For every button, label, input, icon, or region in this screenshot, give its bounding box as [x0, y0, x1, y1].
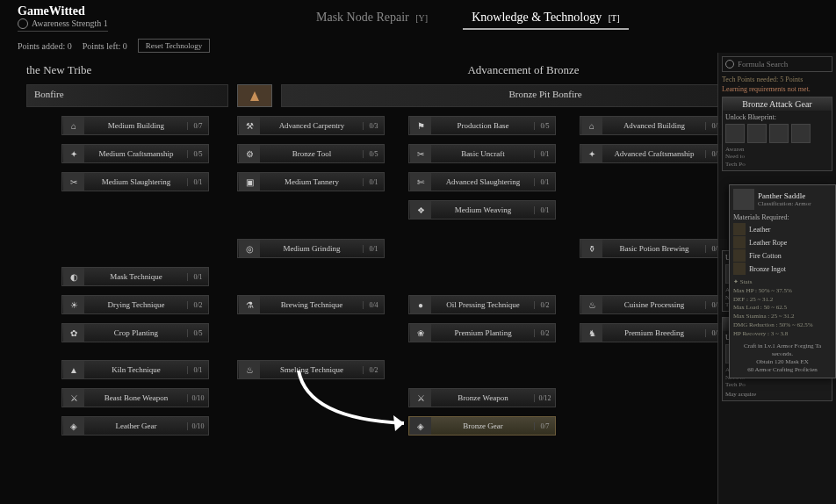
blueprint-slot[interactable]	[747, 124, 767, 143]
oil-icon: ●	[410, 296, 431, 313]
node-mask-technique[interactable]: ◐Mask Technique0/1	[61, 267, 209, 286]
node-medium-slaughtering[interactable]: ✂Medium Slaughtering0/1	[61, 172, 209, 191]
bone-icon: ⚔	[63, 389, 84, 407]
node-medium-tannery[interactable]: ▣Medium Tannery0/1	[237, 172, 385, 191]
adv-building-icon: ⌂	[581, 117, 602, 134]
grinding-icon: ◎	[239, 240, 260, 257]
tab-knowledge-tech[interactable]: Knowledge & Technology [T]	[463, 7, 628, 30]
material-row: Leather Rope	[733, 236, 832, 248]
node-brewing-technique[interactable]: ⚗Brewing Technique0/4	[237, 295, 385, 314]
brand: GameWitted	[18, 4, 108, 18]
tool-icon: ⚙	[239, 145, 260, 162]
tech-points-needed: Tech Points needed: 5 Points	[722, 76, 832, 83]
node-basic-potion-brewing[interactable]: ⚱Basic Potion Brewing0/1	[580, 239, 727, 258]
carpentry-icon: ⚒	[239, 117, 260, 134]
stat-line: HP Recovery : 3 ~ 3.8	[733, 330, 832, 339]
node-bronze-weapon[interactable]: ⚔Bronze Weapon0/12	[408, 388, 556, 407]
bonfire-node[interactable]: Bonfire	[26, 84, 228, 107]
panel-bronze-attack-gear: Bronze Attack Gear Unlock Blueprint: Awa…	[722, 97, 832, 171]
node-advanced-carpentry[interactable]: ⚒Advanced Carpentry0/3	[237, 116, 385, 135]
points-left: Points left: 0	[83, 41, 127, 51]
node-leather-gear[interactable]: ◈Leather Gear0/10	[61, 416, 209, 436]
material-icon	[733, 223, 746, 235]
stats-heading: ✦ Stats	[733, 278, 832, 287]
formula-search[interactable]	[722, 56, 832, 72]
node-medium-building[interactable]: ⌂Medium Building0/7	[61, 116, 209, 135]
node-beast-bone-weapon[interactable]: ⚔Beast Bone Weapon0/10	[61, 388, 209, 407]
node-smelting-technique[interactable]: ♨Smelting Technique0/2	[237, 360, 385, 379]
material-row: Leather	[733, 223, 832, 235]
prem-plant-icon: ❀	[410, 324, 431, 342]
points-added: Points added: 0	[18, 41, 72, 51]
material-row: Fire Cotton	[733, 249, 832, 262]
kiln-icon: ▲	[63, 361, 84, 378]
node-advanced-slaughtering[interactable]: ✄Advanced Slaughtering0/1	[408, 172, 556, 191]
node-advanced-building[interactable]: ⌂Advanced Building0/5	[580, 116, 727, 135]
bronze-gear-icon: ◈	[410, 417, 431, 435]
stat-line: Max HP : 50% ~ 37.5%	[733, 287, 832, 296]
stat-line: Max Stamina : 25 ~ 31.2	[733, 313, 832, 321]
node-crop-planting[interactable]: ✿Crop Planting0/5	[61, 323, 209, 342]
weaving-icon: ❖	[410, 201, 431, 219]
awareness-icon	[18, 18, 28, 29]
node-advanced-craftsmanship[interactable]: ✦Advanced Craftsmanship0/5	[580, 144, 727, 163]
craft-info: Craft in Lv.1 Armor Forging Taseconds.Ob…	[733, 342, 832, 374]
awareness-strength: Awareness Strength 1	[18, 18, 108, 32]
drying-icon: ☀	[63, 296, 84, 313]
tooltip-classification: Classification: Armor	[758, 200, 811, 207]
node-kiln-technique[interactable]: ▲Kiln Technique0/1	[61, 360, 209, 379]
bronze-weapon-icon: ⚔	[410, 389, 431, 407]
bonfire-icon[interactable]	[237, 84, 272, 107]
adv-craft-icon: ✦	[581, 145, 602, 162]
materials-heading: Materials Required:	[733, 213, 832, 221]
section-new-tribe: the New Tribe	[26, 63, 237, 77]
learning-req-warning: Learning requirements not met.	[722, 85, 832, 93]
adv-slaughter-icon: ✄	[410, 173, 431, 191]
material-row: Bronze Ingot	[733, 263, 832, 275]
stat-line: DEF : 25 ~ 31.2	[733, 296, 832, 305]
node-premium-breeding[interactable]: ♞Premium Breeding0/1	[580, 323, 727, 342]
node-drying-technique[interactable]: ☀Drying Technique0/2	[61, 295, 209, 314]
node-production-base[interactable]: ⚑Production Base0/5	[408, 116, 556, 135]
blueprint-slot[interactable]	[791, 124, 811, 143]
search-icon	[725, 60, 734, 68]
may-acquire: May acquire	[725, 391, 829, 398]
uncraft-icon: ✂	[410, 145, 431, 162]
smelting-icon: ♨	[239, 361, 260, 378]
tooltip-panther-saddle: Panther Saddle Classification: Armor Mat…	[729, 184, 836, 378]
slaughter-icon: ✂	[63, 173, 84, 191]
node-bronze-tool[interactable]: ⚙Bronze Tool0/5	[237, 144, 385, 163]
material-icon	[733, 249, 746, 262]
node-premium-planting[interactable]: ❀Premium Planting0/2	[408, 323, 556, 342]
cuisine-icon: ♨	[581, 296, 602, 313]
tooltip-name: Panther Saddle	[758, 191, 811, 200]
crop-icon: ✿	[63, 324, 84, 342]
node-cuisine-processing[interactable]: ♨Cuisine Processing0/1	[580, 295, 727, 314]
blueprint-slot[interactable]	[725, 124, 745, 143]
stat-line: Max Load : 50 ~ 62.5	[733, 304, 832, 313]
material-icon	[733, 236, 746, 248]
mask-icon: ◐	[63, 268, 84, 285]
node-medium-weaving[interactable]: ❖Medium Weaving0/1	[408, 200, 556, 220]
brewing-icon: ⚗	[239, 296, 260, 313]
unlock-blueprint-label: Unlock Blueprint:	[725, 113, 829, 121]
production-icon: ⚑	[410, 117, 431, 134]
node-basic-uncraft[interactable]: ✂Basic Uncraft0/1	[408, 144, 556, 163]
panel-heading: Bronze Attack Gear	[723, 97, 832, 111]
breeding-icon: ♞	[581, 324, 602, 342]
search-input[interactable]	[738, 60, 825, 68]
node-medium-grinding[interactable]: ◎Medium Grinding0/1	[237, 239, 385, 258]
tab-mask-repair[interactable]: Mask Node Repair [Y]	[307, 7, 436, 30]
material-icon	[733, 263, 746, 275]
tannery-icon: ▣	[239, 173, 260, 191]
stat-line: DMG Reduction : 50% ~ 62.5%	[733, 321, 832, 330]
node-bronze-gear[interactable]: ◈Bronze Gear0/7	[408, 416, 556, 436]
craft-icon: ✦	[63, 145, 84, 162]
item-icon	[733, 189, 754, 210]
blueprint-slot[interactable]	[769, 124, 789, 143]
building-icon: ⌂	[63, 117, 84, 134]
reset-technology-button[interactable]: Reset Technology	[138, 39, 210, 53]
node-oil-pressing[interactable]: ●Oil Pressing Technique0/2	[408, 295, 556, 314]
node-medium-craftsmanship[interactable]: ✦Medium Craftsmanship0/5	[61, 144, 209, 163]
leather-icon: ◈	[63, 417, 84, 435]
